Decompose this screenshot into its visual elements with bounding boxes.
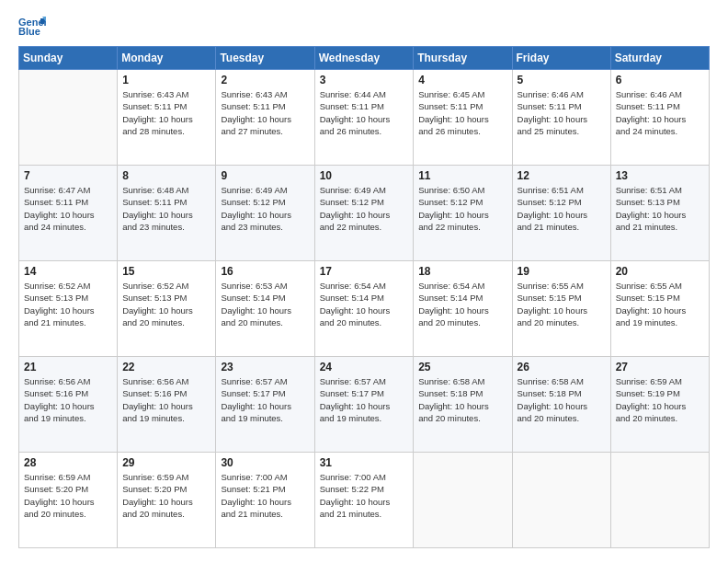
calendar-cell: [512, 453, 610, 548]
calendar-week-row: 1Sunrise: 6:43 AM Sunset: 5:11 PM Daylig…: [19, 70, 710, 166]
day-info: Sunrise: 6:56 AM Sunset: 5:16 PM Dayligh…: [24, 375, 112, 424]
day-number: 6: [616, 74, 704, 86]
day-number: 29: [122, 456, 210, 469]
day-number: 11: [418, 169, 506, 182]
calendar-cell: 23Sunrise: 6:57 AM Sunset: 5:17 PM Dayli…: [216, 357, 314, 453]
weekday-header: Friday: [512, 47, 610, 70]
calendar-week-row: 14Sunrise: 6:52 AM Sunset: 5:13 PM Dayli…: [19, 261, 710, 357]
day-number: 18: [418, 265, 506, 278]
day-info: Sunrise: 6:54 AM Sunset: 5:14 PM Dayligh…: [320, 280, 409, 328]
calendar-cell: 7Sunrise: 6:47 AM Sunset: 5:11 PM Daylig…: [19, 166, 118, 261]
weekday-header: Thursday: [414, 47, 512, 70]
calendar-cell: 26Sunrise: 6:58 AM Sunset: 5:18 PM Dayli…: [512, 357, 610, 453]
day-info: Sunrise: 6:51 AM Sunset: 5:13 PM Dayligh…: [616, 184, 704, 233]
day-info: Sunrise: 6:43 AM Sunset: 5:11 PM Dayligh…: [122, 88, 210, 137]
calendar-week-row: 28Sunrise: 6:59 AM Sunset: 5:20 PM Dayli…: [19, 453, 710, 548]
day-number: 30: [221, 456, 309, 469]
day-number: 31: [320, 456, 409, 469]
day-number: 13: [616, 169, 704, 182]
calendar-cell: [414, 453, 512, 548]
day-number: 1: [122, 74, 210, 86]
calendar-cell: 13Sunrise: 6:51 AM Sunset: 5:13 PM Dayli…: [610, 166, 709, 261]
calendar-cell: 4Sunrise: 6:45 AM Sunset: 5:11 PM Daylig…: [414, 70, 512, 166]
calendar-cell: 11Sunrise: 6:50 AM Sunset: 5:12 PM Dayli…: [414, 166, 512, 261]
header: General Blue: [18, 15, 710, 37]
day-info: Sunrise: 6:46 AM Sunset: 5:11 PM Dayligh…: [616, 88, 704, 137]
calendar-cell: 18Sunrise: 6:54 AM Sunset: 5:14 PM Dayli…: [414, 261, 512, 357]
page: General Blue SundayMondayTuesdayWednesda…: [0, 0, 728, 563]
day-info: Sunrise: 6:55 AM Sunset: 5:15 PM Dayligh…: [616, 280, 704, 328]
calendar-cell: 17Sunrise: 6:54 AM Sunset: 5:14 PM Dayli…: [314, 261, 414, 357]
calendar-cell: 24Sunrise: 6:57 AM Sunset: 5:17 PM Dayli…: [314, 357, 414, 453]
svg-text:Blue: Blue: [18, 26, 40, 37]
day-number: 28: [24, 456, 112, 469]
calendar-cell: 30Sunrise: 7:00 AM Sunset: 5:21 PM Dayli…: [216, 453, 314, 548]
day-number: 16: [221, 265, 309, 278]
calendar-cell: 29Sunrise: 6:59 AM Sunset: 5:20 PM Dayli…: [118, 453, 216, 548]
calendar-cell: 15Sunrise: 6:52 AM Sunset: 5:13 PM Dayli…: [118, 261, 216, 357]
day-number: 15: [122, 265, 210, 278]
day-number: 7: [24, 169, 112, 182]
calendar-cell: 25Sunrise: 6:58 AM Sunset: 5:18 PM Dayli…: [414, 357, 512, 453]
day-number: 8: [122, 169, 210, 182]
calendar-week-row: 7Sunrise: 6:47 AM Sunset: 5:11 PM Daylig…: [19, 166, 710, 261]
day-number: 17: [320, 265, 409, 278]
logo-icon: General Blue: [18, 15, 46, 37]
day-info: Sunrise: 6:58 AM Sunset: 5:18 PM Dayligh…: [418, 375, 506, 424]
day-info: Sunrise: 6:46 AM Sunset: 5:11 PM Dayligh…: [518, 88, 606, 137]
calendar-cell: 14Sunrise: 6:52 AM Sunset: 5:13 PM Dayli…: [19, 261, 118, 357]
day-number: 12: [518, 169, 606, 182]
day-info: Sunrise: 6:57 AM Sunset: 5:17 PM Dayligh…: [221, 375, 309, 424]
calendar-cell: 22Sunrise: 6:56 AM Sunset: 5:16 PM Dayli…: [118, 357, 216, 453]
day-info: Sunrise: 6:47 AM Sunset: 5:11 PM Dayligh…: [24, 184, 112, 233]
day-info: Sunrise: 7:00 AM Sunset: 5:21 PM Dayligh…: [221, 471, 309, 520]
day-info: Sunrise: 6:45 AM Sunset: 5:11 PM Dayligh…: [418, 88, 506, 137]
day-number: 3: [320, 74, 409, 86]
calendar-cell: 9Sunrise: 6:49 AM Sunset: 5:12 PM Daylig…: [216, 166, 314, 261]
day-info: Sunrise: 6:49 AM Sunset: 5:12 PM Dayligh…: [320, 184, 409, 233]
calendar-cell: 10Sunrise: 6:49 AM Sunset: 5:12 PM Dayli…: [314, 166, 414, 261]
day-number: 21: [24, 361, 112, 373]
weekday-header-row: SundayMondayTuesdayWednesdayThursdayFrid…: [19, 47, 710, 70]
logo: General Blue: [18, 15, 50, 37]
calendar-cell: 3Sunrise: 6:44 AM Sunset: 5:11 PM Daylig…: [314, 70, 414, 166]
calendar-body: 1Sunrise: 6:43 AM Sunset: 5:11 PM Daylig…: [19, 70, 710, 548]
day-info: Sunrise: 6:59 AM Sunset: 5:20 PM Dayligh…: [24, 471, 112, 520]
day-info: Sunrise: 6:56 AM Sunset: 5:16 PM Dayligh…: [122, 375, 210, 424]
day-info: Sunrise: 7:00 AM Sunset: 5:22 PM Dayligh…: [320, 471, 409, 520]
day-info: Sunrise: 6:59 AM Sunset: 5:20 PM Dayligh…: [122, 471, 210, 520]
weekday-header: Sunday: [19, 47, 118, 70]
day-info: Sunrise: 6:55 AM Sunset: 5:15 PM Dayligh…: [518, 280, 606, 328]
day-number: 5: [518, 74, 606, 86]
calendar-cell: 19Sunrise: 6:55 AM Sunset: 5:15 PM Dayli…: [512, 261, 610, 357]
day-info: Sunrise: 6:51 AM Sunset: 5:12 PM Dayligh…: [518, 184, 606, 233]
day-info: Sunrise: 6:58 AM Sunset: 5:18 PM Dayligh…: [518, 375, 606, 424]
calendar-table: SundayMondayTuesdayWednesdayThursdayFrid…: [18, 46, 710, 548]
day-info: Sunrise: 6:59 AM Sunset: 5:19 PM Dayligh…: [616, 375, 704, 424]
day-info: Sunrise: 6:57 AM Sunset: 5:17 PM Dayligh…: [320, 375, 409, 424]
weekday-header: Wednesday: [314, 47, 414, 70]
weekday-header: Monday: [118, 47, 216, 70]
calendar-cell: 21Sunrise: 6:56 AM Sunset: 5:16 PM Dayli…: [19, 357, 118, 453]
day-number: 19: [518, 265, 606, 278]
day-number: 26: [518, 361, 606, 373]
day-info: Sunrise: 6:54 AM Sunset: 5:14 PM Dayligh…: [418, 280, 506, 328]
weekday-header: Tuesday: [216, 47, 314, 70]
calendar-cell: 16Sunrise: 6:53 AM Sunset: 5:14 PM Dayli…: [216, 261, 314, 357]
calendar-cell: 27Sunrise: 6:59 AM Sunset: 5:19 PM Dayli…: [610, 357, 709, 453]
day-number: 20: [616, 265, 704, 278]
weekday-header: Saturday: [610, 47, 709, 70]
day-number: 9: [221, 169, 309, 182]
calendar-cell: 28Sunrise: 6:59 AM Sunset: 5:20 PM Dayli…: [19, 453, 118, 548]
day-number: 14: [24, 265, 112, 278]
calendar-cell: [610, 453, 709, 548]
day-info: Sunrise: 6:44 AM Sunset: 5:11 PM Dayligh…: [320, 88, 409, 137]
day-info: Sunrise: 6:52 AM Sunset: 5:13 PM Dayligh…: [24, 280, 112, 328]
calendar-cell: 5Sunrise: 6:46 AM Sunset: 5:11 PM Daylig…: [512, 70, 610, 166]
day-info: Sunrise: 6:53 AM Sunset: 5:14 PM Dayligh…: [221, 280, 309, 328]
calendar-cell: 20Sunrise: 6:55 AM Sunset: 5:15 PM Dayli…: [610, 261, 709, 357]
day-number: 25: [418, 361, 506, 373]
day-info: Sunrise: 6:52 AM Sunset: 5:13 PM Dayligh…: [122, 280, 210, 328]
day-number: 2: [221, 74, 309, 86]
day-number: 4: [418, 74, 506, 86]
